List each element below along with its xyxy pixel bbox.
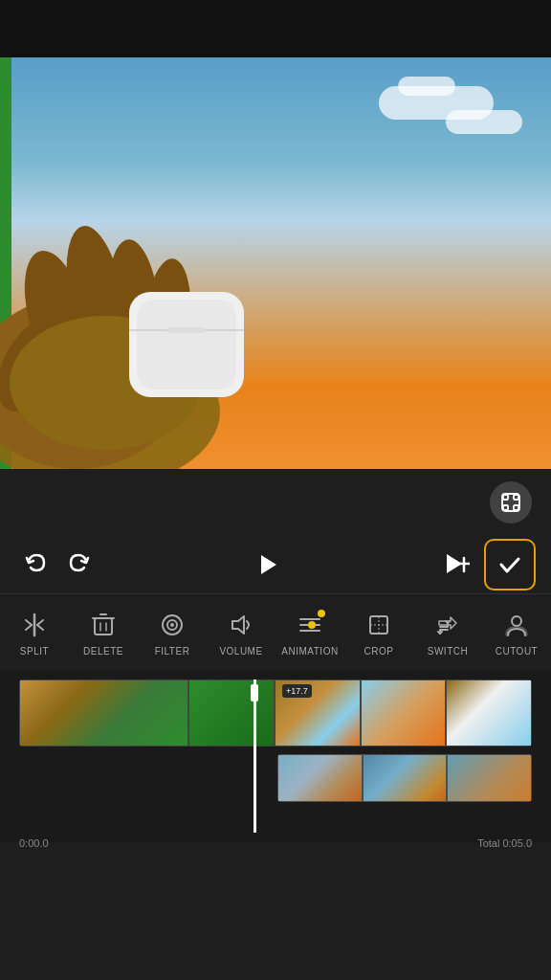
clip-thumbnails: [19, 679, 532, 746]
video-preview: [0, 57, 551, 469]
svg-rect-26: [95, 618, 112, 635]
crop-label: CROP: [364, 646, 394, 657]
svg-line-25: [37, 625, 43, 630]
current-time: 0:00.0: [19, 837, 49, 849]
volume-icon: [224, 608, 258, 642]
cutout-icon: [499, 608, 534, 642]
crop-icon: [362, 608, 396, 642]
redo-button[interactable]: [57, 544, 99, 586]
switch-icon: [430, 608, 465, 642]
hand-airpods-visual: [0, 144, 364, 469]
animation-dot-badge: [318, 610, 325, 617]
switch-label: SWITCH: [428, 646, 468, 657]
playhead-cursor: [253, 679, 256, 833]
svg-rect-16: [502, 494, 519, 511]
tool-split[interactable]: SPLIT: [6, 608, 63, 657]
svg-point-33: [170, 623, 174, 627]
time-labels: 0:00.0 Total 0:05.0: [0, 833, 551, 854]
svg-marker-34: [232, 616, 244, 634]
toolbar: SPLIT DELETE F: [0, 593, 551, 670]
add-clip-button[interactable]: [434, 544, 476, 586]
animation-label: ANIMATION: [281, 646, 338, 657]
undo-button[interactable]: [15, 544, 57, 586]
tool-cutout[interactable]: CUTOUT: [488, 608, 545, 657]
filter-label: FILTER: [155, 646, 190, 657]
delete-label: DELETE: [83, 646, 123, 657]
secondary-thumb-3: [447, 754, 532, 802]
clip-thumb-4: [361, 679, 447, 746]
clip-thumb-5: [446, 679, 532, 746]
svg-line-24: [37, 620, 43, 625]
total-time: Total 0:05.0: [477, 837, 532, 849]
main-video-track[interactable]: +17.7: [19, 679, 532, 746]
timeline-tracks: +17.7: [0, 679, 551, 833]
svg-rect-15: [514, 505, 518, 510]
split-icon: [17, 608, 52, 642]
tool-filter[interactable]: FILTER: [143, 608, 201, 657]
timeline-area: +17.7 0:00.0 Total 0:05.0: [0, 670, 551, 842]
cloud-2: [446, 110, 522, 134]
fullscreen-button[interactable]: [490, 481, 532, 523]
playhead-handle[interactable]: [251, 684, 258, 702]
tool-volume[interactable]: VOLUME: [212, 608, 270, 657]
editor-area: SPLIT DELETE F: [0, 469, 551, 980]
volume-label: VOLUME: [219, 646, 262, 657]
svg-line-23: [26, 625, 32, 630]
clip-thumb-1: [19, 679, 188, 746]
svg-point-43: [512, 616, 521, 626]
delete-icon: [86, 608, 121, 642]
tool-delete[interactable]: DELETE: [75, 608, 132, 657]
secondary-thumb-1: [277, 754, 363, 802]
track-badge: +17.7: [282, 684, 312, 698]
animation-icon: [293, 608, 327, 642]
cloud-3: [398, 77, 455, 96]
right-controls: [434, 539, 536, 590]
svg-point-38: [308, 621, 316, 629]
tool-switch[interactable]: SWITCH: [419, 608, 476, 657]
svg-rect-13: [514, 495, 518, 500]
controls-row: [0, 536, 551, 593]
top-bar: [0, 0, 551, 57]
clip-thumb-2: [188, 679, 275, 746]
svg-rect-9: [137, 300, 236, 390]
play-area: [99, 544, 434, 586]
split-label: SPLIT: [20, 646, 49, 657]
secondary-thumb-2: [363, 754, 448, 802]
cutout-label: CUTOUT: [496, 646, 538, 657]
play-button[interactable]: [246, 544, 288, 586]
svg-rect-12: [503, 495, 508, 500]
filter-icon: [155, 608, 189, 642]
tool-animation[interactable]: ANIMATION: [281, 608, 339, 657]
svg-marker-17: [261, 555, 276, 574]
editor-spacer: [0, 469, 551, 536]
tool-crop[interactable]: CROP: [350, 608, 408, 657]
confirm-button[interactable]: [484, 539, 536, 590]
svg-rect-14: [503, 505, 508, 510]
svg-line-22: [26, 620, 32, 625]
secondary-video-track[interactable]: [277, 754, 532, 802]
svg-rect-11: [167, 327, 206, 333]
